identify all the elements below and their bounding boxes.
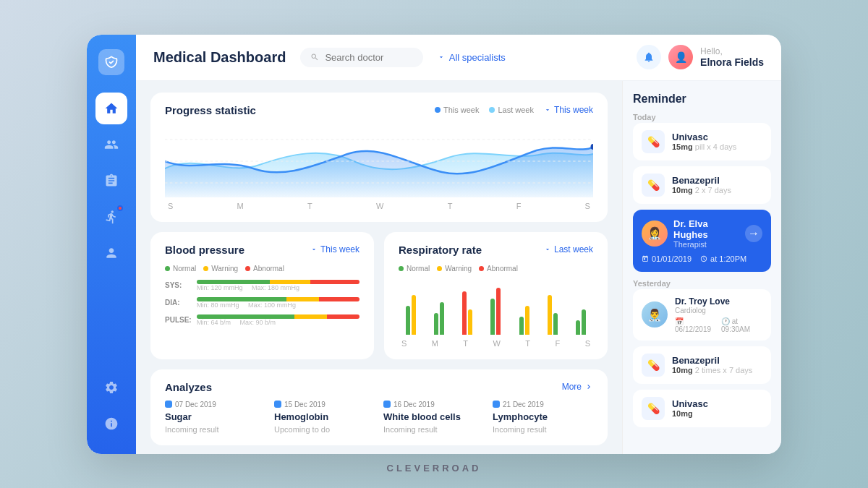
- resp-bar: [434, 313, 438, 335]
- content-area: Progress statistic This week Last week: [136, 81, 781, 454]
- resp-x-axis: SMTWTFS: [399, 338, 593, 348]
- progress-title: Progress statistic: [165, 104, 256, 116]
- resp-day-M: [427, 284, 451, 335]
- resp-bar: [496, 288, 501, 335]
- legend-this-week: This week: [435, 106, 480, 114]
- resp-bar: [525, 306, 529, 335]
- progress-x-axis: S M T W T F S: [165, 197, 593, 210]
- analyzes-more[interactable]: More: [562, 382, 593, 392]
- resp-legend: Normal Warning Abnormal: [399, 265, 593, 273]
- analyze-date-dot: [493, 401, 500, 408]
- analyze-item: 21 Dec 2019 Lymphocyte Incoming result: [493, 401, 593, 434]
- main-content: Medical Dashboard All specialists: [136, 35, 781, 454]
- analyzes-title: Analyzes: [165, 381, 212, 393]
- appt-arrow-button[interactable]: →: [745, 225, 762, 242]
- sidebar-item-settings[interactable]: [95, 372, 127, 403]
- chevron-down-icon: [544, 106, 551, 114]
- activity-badge: [117, 205, 123, 211]
- settings-icon: [104, 380, 119, 395]
- med-icon: 💊: [642, 397, 665, 420]
- progress-legend: This week Last week This week: [435, 105, 593, 115]
- analyze-item: 16 Dec 2019 White blood cells Incoming r…: [383, 401, 484, 434]
- resp-bar: [462, 291, 467, 335]
- bp-title: Blood pressure: [165, 244, 244, 256]
- analyzes-header: Analyzes More: [165, 381, 593, 393]
- resp-bar: [468, 309, 472, 335]
- sidebar-item-activity[interactable]: [95, 201, 127, 233]
- avatar: 👤: [668, 45, 693, 69]
- sidebar-bottom: [95, 372, 127, 440]
- bp-pulse-row: PULSE: Min: 64 b/m Max: 90 b/m: [165, 314, 359, 326]
- bp-legend-warning: Warning: [203, 265, 238, 273]
- doctor-card-avatar: 👨‍⚕️: [642, 301, 668, 328]
- med-icon: 💊: [642, 130, 665, 153]
- search-input[interactable]: [325, 52, 412, 63]
- resp-bar: [553, 313, 558, 335]
- bp-period-selector[interactable]: This week: [310, 244, 359, 254]
- sidebar-item-person[interactable]: [95, 237, 127, 269]
- metrics-two-col: Blood pressure This week Normal: [150, 232, 608, 359]
- progress-statistic-card: Progress statistic This week Last week: [150, 93, 608, 222]
- user-info: Hello, Elnora Fields: [700, 46, 764, 68]
- bp-dia-bar: [197, 297, 359, 301]
- calendar-icon: [642, 255, 649, 262]
- med-benazepril-today: 💊 Benazepril 10mg 2 x 7 days: [633, 166, 771, 204]
- resp-legend-abnormal: Abnormal: [479, 265, 518, 273]
- appointment-card: 👩‍⚕️ Dr. Elva Hughes Therapist → 01/01/2…: [633, 210, 771, 272]
- sidebar-logo[interactable]: [98, 49, 124, 75]
- doctor-avatar: 👩‍⚕️: [642, 221, 668, 247]
- resp-chart: [399, 280, 593, 338]
- home-icon: [104, 101, 119, 116]
- med-benazepril-yest: 💊 Benazepril 10mg 2 times x 7 days: [633, 346, 771, 384]
- resp-period-selector[interactable]: Last week: [544, 244, 593, 254]
- reminder-yesterday: Yesterday 👨‍⚕️ Dr. Troy Love Cardiolog 📅…: [633, 279, 771, 427]
- bp-dia-row: DIA: Min: 80 mmHg Max: 100 mmHg: [165, 297, 359, 309]
- resp-bar: [576, 320, 580, 335]
- resp-bar: [406, 306, 410, 335]
- analyze-item: 07 Dec 2019 Sugar Incoming result: [165, 401, 265, 434]
- resp-bar: [440, 302, 444, 335]
- bp-pulse-bar: [197, 314, 359, 319]
- last-week-dot: [489, 107, 495, 113]
- bp-legend-abnormal: Abnormal: [245, 265, 284, 273]
- bp-legend-normal: Normal: [165, 265, 196, 273]
- analyze-date-dot: [274, 401, 281, 408]
- clipboard-icon: [104, 174, 119, 188]
- activity-icon: [104, 210, 119, 224]
- resp-day-W: [483, 284, 508, 335]
- sidebar-nav: [95, 93, 127, 366]
- notification-button[interactable]: [637, 45, 661, 69]
- info-icon: [104, 416, 119, 431]
- med-univasc-yest: 💊 Univasc 10mg: [633, 390, 771, 427]
- chevron-down-icon: [310, 246, 318, 253]
- reminder-today: Today 💊 Univasc 15mg pill x 4 days 💊: [633, 113, 771, 272]
- med-icon: 💊: [642, 354, 665, 377]
- main-panel: Progress statistic This week Last week: [136, 81, 622, 454]
- legend-last-week: Last week: [489, 106, 534, 114]
- progress-period-selector[interactable]: This week: [544, 105, 593, 115]
- header-user: 👤 Hello, Elnora Fields: [637, 45, 764, 69]
- reminder-title: Reminder: [633, 93, 771, 106]
- sidebar-item-home[interactable]: [95, 93, 127, 124]
- search-bar[interactable]: [300, 48, 422, 67]
- sidebar-item-clipboard[interactable]: [95, 165, 127, 197]
- resp-day-T: [455, 284, 480, 335]
- chevron-right-icon: [584, 382, 593, 391]
- bp-sys-row: SYS: Min: 120 mmHg Max: 180 mmHg: [165, 280, 359, 291]
- resp-legend-warning: Warning: [437, 265, 472, 273]
- analyzes-grid: 07 Dec 2019 Sugar Incoming result 15 Dec…: [165, 401, 593, 434]
- sidebar-item-people[interactable]: [95, 129, 127, 160]
- resp-day-F: [540, 284, 565, 335]
- specialist-filter[interactable]: All specialists: [438, 52, 506, 63]
- resp-bar: [412, 295, 416, 335]
- header: Medical Dashboard All specialists: [136, 35, 781, 81]
- doctor-troy-card: 👨‍⚕️ Dr. Troy Love Cardiolog 📅 06/12/201…: [633, 289, 771, 341]
- analyze-item: 15 Dec 2019 Hemoglobin Upcoming to do: [274, 401, 375, 434]
- resp-bar: [519, 317, 524, 335]
- search-icon: [310, 52, 319, 62]
- sidebar-item-info[interactable]: [95, 408, 127, 440]
- sidebar: [87, 35, 136, 454]
- resp-day-S: [569, 284, 593, 335]
- brand-text: CLEVERROAD: [386, 463, 481, 474]
- page-title: Medical Dashboard: [153, 49, 286, 66]
